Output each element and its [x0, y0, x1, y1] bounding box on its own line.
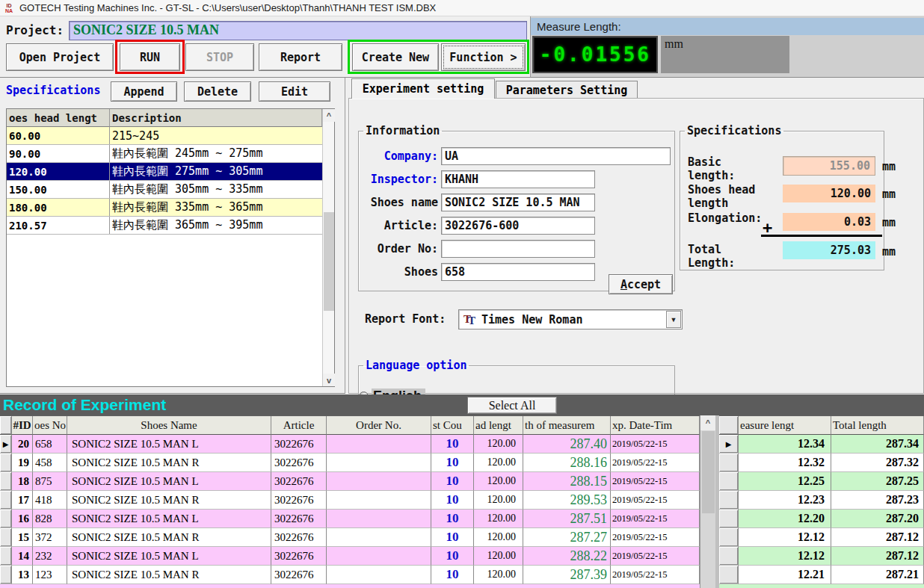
spec-row[interactable]: 150.00 鞋內長範圍 305mm ~ 335mm [7, 181, 322, 199]
result-row[interactable]: 12.12 287.12 [719, 547, 924, 566]
cell-id: 20 [12, 435, 33, 454]
column-header-shoes-name[interactable]: Shoes Name [67, 416, 271, 435]
result-row[interactable]: 12.32 287.32 [719, 454, 924, 472]
spec-row[interactable]: 60.00 215~245 [7, 127, 322, 145]
project-label: Project: [6, 23, 64, 37]
accept-button[interactable]: Accept [609, 274, 673, 294]
cell-test-count: 10 [431, 454, 474, 472]
result-row[interactable]: 12.25 287.25 [719, 472, 924, 491]
result-row[interactable]: 12.20 287.20 [719, 510, 924, 528]
cell-head-length: 120.00 [474, 510, 523, 528]
experiment-records-table: #ID oes No Shoes Name Article Order No. … [0, 415, 700, 588]
record-of-experiment-title: Record of Experiment [3, 396, 166, 414]
row-indicator-cell [719, 454, 739, 472]
result-row[interactable]: 12.34 287.34 [719, 435, 924, 454]
spec-description-cell: 鞋內長範圍 335mm ~ 365mm [110, 199, 322, 216]
combo-dropdown-icon[interactable]: ▼ [666, 311, 681, 328]
result-row[interactable]: 12.23 287.23 [719, 491, 924, 510]
spec-row[interactable]: 180.00 鞋內長範圍 335mm ~ 365mm [7, 199, 322, 217]
spec-row[interactable]: 120.00 鞋內長範圍 275mm ~ 305mm [7, 163, 322, 181]
scroll-thumb[interactable] [702, 431, 715, 513]
column-header-description[interactable]: Description [110, 109, 322, 127]
column-header-length-of-measure[interactable]: th of measurem [523, 416, 611, 435]
cell-id: 14 [12, 547, 33, 566]
scroll-down-icon[interactable]: v [323, 374, 335, 386]
experiment-row[interactable]: 17 418 SONIC2 SIZE 10.5 MAN R 3022676 10… [0, 491, 700, 510]
info-field-input[interactable]: 3022676-600 [441, 217, 595, 235]
row-indicator-cell [719, 510, 739, 528]
cell-length-of-measure: 289.53 [523, 491, 611, 510]
info-field-input[interactable] [441, 240, 595, 258]
cell-test-count: 10 [431, 510, 474, 528]
info-field-input[interactable]: SONIC2 SIZE 10.5 MAN [441, 194, 595, 211]
column-header-article[interactable]: Article [271, 416, 327, 435]
cell-measure-length: 12.20 [739, 510, 831, 528]
result-row[interactable]: 12.12 287.12 [719, 528, 924, 547]
gotech-logo-icon [3, 2, 15, 14]
cell-article: 3022676 [271, 472, 327, 491]
edit-button[interactable]: Edit [259, 81, 330, 102]
column-header-test-count[interactable]: st Cou [431, 416, 474, 435]
experiment-row[interactable]: 19 458 SONIC2 SIZE 10.5 MAN R 3022676 10… [0, 454, 700, 472]
scroll-up-icon[interactable]: ^ [700, 415, 715, 430]
function-button[interactable]: Function > [441, 43, 526, 71]
result-row[interactable]: 12.21 287.21 [719, 566, 924, 584]
cell-test-count: 10 [431, 528, 474, 547]
tab-experiment-setting[interactable]: Experiment setting [351, 78, 495, 99]
experiment-row[interactable]: 18 875 SONIC2 SIZE 10.5 MAN L 3022676 10… [0, 472, 700, 491]
select-all-button[interactable]: Select All [467, 397, 557, 414]
sum-line [761, 235, 882, 237]
column-header-measure-length[interactable]: easure lengt [739, 416, 831, 435]
run-button[interactable]: RUN [120, 43, 180, 71]
delete-button[interactable]: Delete [184, 81, 251, 102]
row-indicator-cell [0, 491, 12, 510]
info-field-label: Shoes [363, 265, 438, 279]
tab-parameters-setting[interactable]: Parameters Setting [496, 81, 638, 99]
spec-row[interactable]: 210.57 鞋內長範圍 365mm ~ 395mm [7, 217, 322, 235]
experiment-table-scrollbar[interactable]: ^ [700, 415, 715, 588]
cell-shoes-no: 123 [33, 566, 67, 584]
column-header-order-no[interactable]: Order No. [327, 416, 431, 435]
experiment-row[interactable]: 14 232 SONIC2 SIZE 10.5 MAN L 3022676 10… [0, 547, 700, 566]
cell-length-of-measure: 288.22 [523, 547, 611, 566]
cell-article: 3022676 [271, 547, 327, 566]
experiment-row[interactable]: 15 372 SONIC2 SIZE 10.5 MAN R 3022676 10… [0, 528, 700, 547]
open-project-button[interactable]: Open Project [6, 43, 114, 71]
info-field-input[interactable]: UA [441, 147, 671, 165]
spec-table-scrollbar[interactable]: ^ v [322, 109, 334, 386]
spec-row[interactable]: 90.00 鞋內長範圍 245mm ~ 275mm [7, 145, 322, 163]
column-header-total-length[interactable]: Total length [831, 416, 924, 435]
experiment-row[interactable]: 16 828 SONIC2 SIZE 10.5 MAN L 3022676 10… [0, 510, 700, 528]
shoes-head-length-unit: mm [882, 188, 896, 201]
spec-length-cell: 150.00 [7, 181, 110, 198]
info-field-input[interactable]: 658 [441, 263, 595, 281]
experiment-row[interactable]: 13 123 SONIC2 SIZE 10.5 MAN R 3022676 10… [0, 566, 700, 584]
cell-order-no [327, 547, 431, 566]
scroll-thumb[interactable] [324, 212, 334, 311]
column-header-id[interactable]: #ID [12, 416, 33, 435]
experiment-row[interactable]: 20 658 SONIC2 SIZE 10.5 MAN L 3022676 10… [0, 435, 700, 454]
info-field-input[interactable]: KHANH [441, 170, 595, 188]
column-header-exp-datetime[interactable]: xp. Date-Tim [611, 416, 700, 435]
cell-order-no [327, 491, 431, 510]
accept-label: ccept [627, 278, 661, 291]
report-font-combobox[interactable]: TT Times New Roman ▼ [458, 309, 683, 329]
column-header-shoes-head-length[interactable]: oes head lengt [7, 109, 110, 127]
info-field-row: Company: UA [363, 147, 674, 165]
column-header-shoes-no[interactable]: oes No [33, 416, 67, 435]
cell-shoes-no: 458 [33, 454, 67, 472]
scroll-up-icon[interactable]: ^ [323, 109, 335, 122]
create-new-button[interactable]: Create New [352, 43, 439, 71]
window-title: GOTECH Testing Machines Inc. - GT-SL - C… [19, 2, 436, 13]
column-header-head-length[interactable]: ad lengt [474, 416, 523, 435]
cell-order-no [327, 454, 431, 472]
cell-total-length: 287.20 [831, 510, 924, 528]
cell-exp-datetime: 2019/05/22-15 [611, 510, 700, 528]
experiment-setting-page: Information Company: UA Inspector: KHANH… [348, 98, 924, 394]
info-field-row: Article: 3022676-600 [363, 217, 674, 235]
cell-head-length: 120.00 [474, 491, 523, 510]
cell-test-count: 10 [431, 566, 474, 584]
project-name-input[interactable]: SONIC2 SIZE 10.5 MAN [69, 21, 527, 40]
append-button[interactable]: Append [111, 81, 177, 102]
report-button[interactable]: Report [259, 43, 342, 71]
